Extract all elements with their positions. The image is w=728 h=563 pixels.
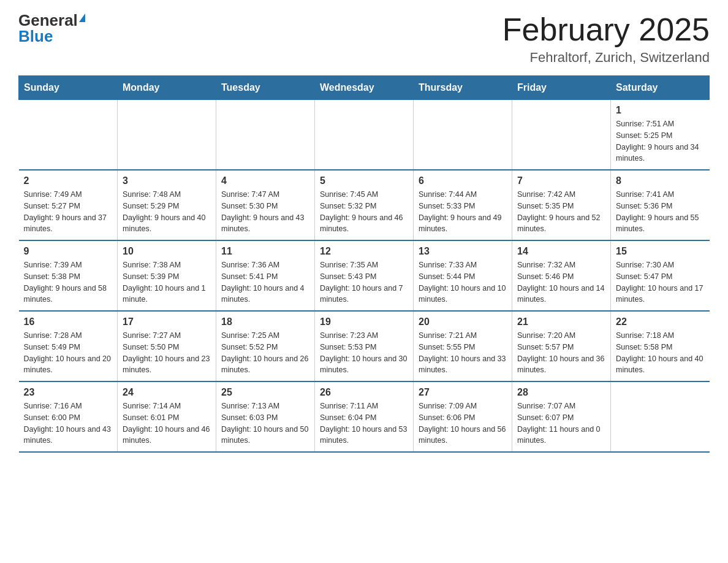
calendar-cell [19,100,118,170]
title-block: February 2025 Fehraltorf, Zurich, Switze… [502,12,710,66]
day-number: 3 [123,175,211,186]
day-number: 13 [419,246,507,257]
calendar-week-1: 1Sunrise: 7:51 AMSunset: 5:25 PMDaylight… [19,100,710,170]
day-info: Sunrise: 7:09 AMSunset: 6:06 PMDaylight:… [419,400,507,446]
calendar-cell [611,381,710,452]
day-number: 10 [123,246,211,257]
calendar-cell: 5Sunrise: 7:45 AMSunset: 5:32 PMDaylight… [315,170,414,240]
day-info: Sunrise: 7:13 AMSunset: 6:03 PMDaylight:… [221,400,309,446]
calendar-cell: 19Sunrise: 7:23 AMSunset: 5:53 PMDayligh… [315,311,414,381]
calendar-cell [512,100,611,170]
day-number: 8 [616,175,705,186]
day-number: 21 [517,316,605,327]
calendar-cell: 6Sunrise: 7:44 AMSunset: 5:33 PMDaylight… [414,170,512,240]
day-number: 20 [419,316,507,327]
calendar-week-4: 16Sunrise: 7:28 AMSunset: 5:49 PMDayligh… [19,311,710,381]
day-info: Sunrise: 7:14 AMSunset: 6:01 PMDaylight:… [123,400,211,446]
calendar-cell: 28Sunrise: 7:07 AMSunset: 6:07 PMDayligh… [512,381,611,452]
day-number: 25 [221,387,309,398]
day-number: 23 [24,387,113,398]
calendar-cell: 20Sunrise: 7:21 AMSunset: 5:55 PMDayligh… [414,311,512,381]
day-info: Sunrise: 7:21 AMSunset: 5:55 PMDaylight:… [419,330,507,376]
calendar-week-2: 2Sunrise: 7:49 AMSunset: 5:27 PMDaylight… [19,170,710,240]
day-info: Sunrise: 7:41 AMSunset: 5:36 PMDaylight:… [616,189,705,235]
calendar-week-3: 9Sunrise: 7:39 AMSunset: 5:38 PMDaylight… [19,240,710,311]
calendar-cell: 23Sunrise: 7:16 AMSunset: 6:00 PMDayligh… [19,381,118,452]
calendar-cell: 11Sunrise: 7:36 AMSunset: 5:41 PMDayligh… [216,240,315,311]
day-info: Sunrise: 7:32 AMSunset: 5:46 PMDaylight:… [517,259,605,305]
calendar-cell [414,100,512,170]
day-info: Sunrise: 7:23 AMSunset: 5:53 PMDaylight:… [320,330,408,376]
day-info: Sunrise: 7:38 AMSunset: 5:39 PMDaylight:… [123,259,211,305]
calendar-cell: 21Sunrise: 7:20 AMSunset: 5:57 PMDayligh… [512,311,611,381]
day-number: 27 [419,387,507,398]
calendar-cell [315,100,414,170]
day-number: 26 [320,387,408,398]
calendar-week-5: 23Sunrise: 7:16 AMSunset: 6:00 PMDayligh… [19,381,710,452]
day-info: Sunrise: 7:25 AMSunset: 5:52 PMDaylight:… [221,330,309,376]
calendar-cell: 8Sunrise: 7:41 AMSunset: 5:36 PMDaylight… [611,170,710,240]
calendar-cell: 2Sunrise: 7:49 AMSunset: 5:27 PMDaylight… [19,170,118,240]
calendar-cell: 1Sunrise: 7:51 AMSunset: 5:25 PMDaylight… [611,100,710,170]
day-info: Sunrise: 7:33 AMSunset: 5:44 PMDaylight:… [419,259,507,305]
calendar-cell: 15Sunrise: 7:30 AMSunset: 5:47 PMDayligh… [611,240,710,311]
day-number: 9 [24,246,113,257]
day-info: Sunrise: 7:30 AMSunset: 5:47 PMDaylight:… [616,259,705,305]
col-friday: Friday [512,76,611,100]
logo-triangle-icon [79,13,85,22]
calendar-table: Sunday Monday Tuesday Wednesday Thursday… [18,75,710,453]
calendar-cell: 22Sunrise: 7:18 AMSunset: 5:58 PMDayligh… [611,311,710,381]
calendar-cell: 27Sunrise: 7:09 AMSunset: 6:06 PMDayligh… [414,381,512,452]
calendar-cell: 16Sunrise: 7:28 AMSunset: 5:49 PMDayligh… [19,311,118,381]
calendar-cell: 25Sunrise: 7:13 AMSunset: 6:03 PMDayligh… [216,381,315,452]
day-info: Sunrise: 7:28 AMSunset: 5:49 PMDaylight:… [24,330,113,376]
day-number: 4 [221,175,309,186]
calendar-cell: 9Sunrise: 7:39 AMSunset: 5:38 PMDaylight… [19,240,118,311]
calendar-cell: 10Sunrise: 7:38 AMSunset: 5:39 PMDayligh… [118,240,216,311]
day-number: 22 [616,316,705,327]
calendar-cell: 4Sunrise: 7:47 AMSunset: 5:30 PMDaylight… [216,170,315,240]
day-number: 18 [221,316,309,327]
calendar-header: Sunday Monday Tuesday Wednesday Thursday… [19,76,710,100]
day-number: 24 [123,387,211,398]
day-info: Sunrise: 7:07 AMSunset: 6:07 PMDaylight:… [517,400,605,446]
day-number: 1 [616,105,705,116]
day-info: Sunrise: 7:48 AMSunset: 5:29 PMDaylight:… [123,189,211,235]
col-thursday: Thursday [414,76,512,100]
location-title: Fehraltorf, Zurich, Switzerland [502,50,710,66]
header-row: Sunday Monday Tuesday Wednesday Thursday… [19,76,710,100]
col-sunday: Sunday [19,76,118,100]
logo-blue-text: Blue [18,28,53,44]
calendar-cell: 12Sunrise: 7:35 AMSunset: 5:43 PMDayligh… [315,240,414,311]
calendar-body: 1Sunrise: 7:51 AMSunset: 5:25 PMDaylight… [19,100,710,453]
day-number: 5 [320,175,408,186]
day-number: 19 [320,316,408,327]
day-info: Sunrise: 7:44 AMSunset: 5:33 PMDaylight:… [419,189,507,235]
day-info: Sunrise: 7:49 AMSunset: 5:27 PMDaylight:… [24,189,113,235]
calendar-cell: 26Sunrise: 7:11 AMSunset: 6:04 PMDayligh… [315,381,414,452]
day-number: 6 [419,175,507,186]
calendar-cell: 18Sunrise: 7:25 AMSunset: 5:52 PMDayligh… [216,311,315,381]
calendar-cell: 3Sunrise: 7:48 AMSunset: 5:29 PMDaylight… [118,170,216,240]
calendar-cell: 14Sunrise: 7:32 AMSunset: 5:46 PMDayligh… [512,240,611,311]
day-number: 14 [517,246,605,257]
day-number: 17 [123,316,211,327]
col-saturday: Saturday [611,76,710,100]
day-number: 2 [24,175,113,186]
day-info: Sunrise: 7:27 AMSunset: 5:50 PMDaylight:… [123,330,211,376]
month-title: February 2025 [502,12,710,47]
col-tuesday: Tuesday [216,76,315,100]
page-header: General Blue February 2025 Fehraltorf, Z… [18,12,710,66]
col-wednesday: Wednesday [315,76,414,100]
day-info: Sunrise: 7:39 AMSunset: 5:38 PMDaylight:… [24,259,113,305]
calendar-cell: 24Sunrise: 7:14 AMSunset: 6:01 PMDayligh… [118,381,216,452]
day-info: Sunrise: 7:42 AMSunset: 5:35 PMDaylight:… [517,189,605,235]
calendar-cell [118,100,216,170]
day-info: Sunrise: 7:45 AMSunset: 5:32 PMDaylight:… [320,189,408,235]
day-number: 12 [320,246,408,257]
day-info: Sunrise: 7:11 AMSunset: 6:04 PMDaylight:… [320,400,408,446]
calendar-cell: 7Sunrise: 7:42 AMSunset: 5:35 PMDaylight… [512,170,611,240]
day-number: 15 [616,246,705,257]
calendar-cell: 13Sunrise: 7:33 AMSunset: 5:44 PMDayligh… [414,240,512,311]
day-number: 11 [221,246,309,257]
